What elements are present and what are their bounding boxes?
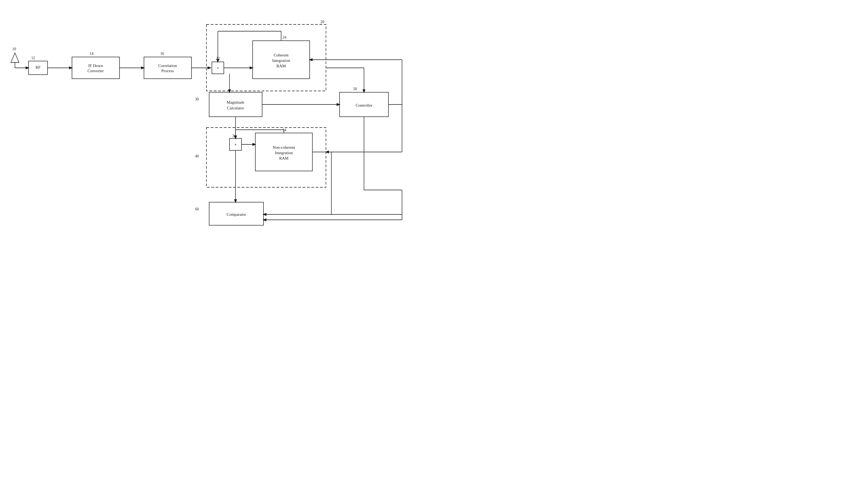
comparator-label: Comparator <box>227 212 246 217</box>
antenna-symbol <box>11 53 19 62</box>
rf-label: RF <box>36 65 40 70</box>
coherent-dashed-box <box>206 24 326 91</box>
mag-label1: Magnitude <box>227 100 244 105</box>
adder2-label: + <box>234 142 237 147</box>
ref-cram: 24 <box>282 35 286 39</box>
ncram-label1: Non-coherent <box>273 145 295 149</box>
ref-ncram: 34 <box>282 128 286 132</box>
cram-label2: Integration <box>272 58 290 63</box>
ref-coherent-block: 20 <box>320 20 324 24</box>
if-label1: IF Down <box>88 64 103 68</box>
ref-rf: 12 <box>31 56 35 60</box>
if-label2: Converter <box>87 69 104 73</box>
corr-label2: Process <box>161 69 174 73</box>
ref-antenna: 10 <box>12 47 16 51</box>
mag-label2: Calculator <box>227 106 244 110</box>
controller-label: Controller <box>355 103 372 107</box>
noncoherent-dashed-box <box>206 128 326 187</box>
ref-mag: 30 <box>195 97 199 101</box>
ncram-label2: Integration <box>275 151 293 155</box>
cram-label3: RAM <box>277 64 286 68</box>
cram-label1: Coherent <box>274 53 289 57</box>
adder1-label: + <box>217 66 219 70</box>
corr-label1: Correlation <box>158 64 177 68</box>
ref-controller: 50 <box>353 87 357 91</box>
ref-corr: 16 <box>160 52 164 56</box>
ncram-label3: RAM <box>279 156 289 160</box>
ref-if: 14 <box>90 52 93 56</box>
ref-noncoherent-block: 40 <box>195 154 199 158</box>
ref-comparator: 60 <box>195 207 199 211</box>
